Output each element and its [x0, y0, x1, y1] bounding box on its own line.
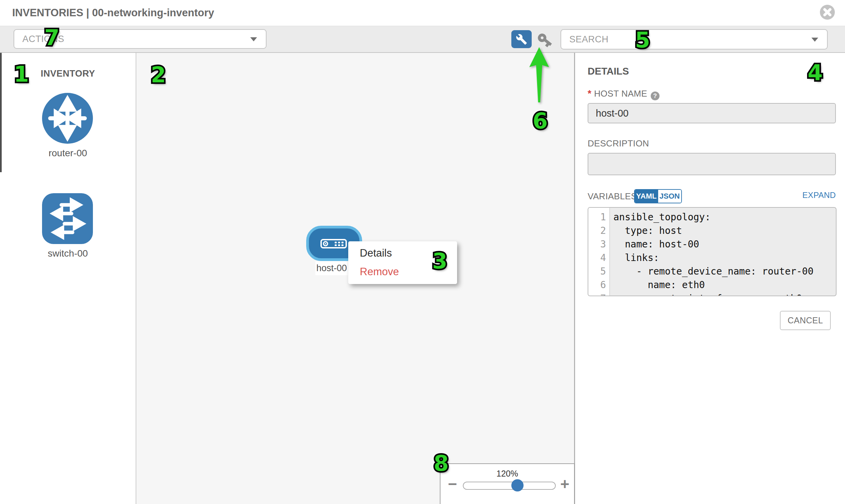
details-panel-title: DETAILS: [588, 66, 629, 77]
code-line: type: host: [610, 224, 836, 238]
host-node-label: host-00: [315, 261, 348, 275]
line-number: 3: [588, 238, 609, 251]
host-name-input[interactable]: [588, 103, 836, 123]
code-line: links:: [610, 251, 836, 265]
zoom-slider-track[interactable]: [463, 482, 556, 490]
topology-canvas[interactable]: host-00 Details Remove 120% − +: [136, 53, 575, 504]
zoom-slider-thumb[interactable]: [511, 479, 524, 491]
host-name-label: HOST NAME: [594, 88, 647, 98]
annotation-5: 5: [635, 28, 650, 53]
code-line: name: host-00: [610, 238, 836, 251]
search-dropdown[interactable]: SEARCH: [561, 29, 828, 50]
code-line: name: eth0: [610, 278, 836, 292]
code-line: - remote_device_name: router-00: [610, 265, 836, 278]
router-label: router-00: [42, 148, 93, 159]
inventory-panel: INVENTORY router-00: [0, 53, 136, 504]
tools-button[interactable]: [511, 30, 532, 48]
annotation-2: 2: [151, 62, 166, 87]
chevron-down-icon: [250, 37, 257, 41]
host-name-row: *HOST NAME?: [588, 88, 659, 100]
annotation-6: 6: [533, 108, 548, 133]
zoom-level-value: 120%: [440, 469, 574, 479]
details-panel: DETAILS *HOST NAME? DESCRIPTION VARIABLE…: [575, 53, 845, 504]
switch-icon: [42, 193, 93, 244]
close-button[interactable]: [820, 5, 835, 20]
description-input[interactable]: [588, 153, 836, 175]
annotation-4: 4: [808, 60, 823, 85]
switch-label: switch-00: [42, 248, 93, 259]
page-title: INVENTORIES | 00-networking-inventory: [12, 7, 214, 19]
toggle-yaml[interactable]: YAML: [635, 190, 658, 203]
editor-code[interactable]: ansible_topology: type: host name: host-…: [610, 208, 836, 296]
wrench-icon: [516, 34, 527, 45]
line-number: 7: [588, 292, 609, 296]
zoom-out-button[interactable]: −: [448, 476, 457, 492]
scrollbar[interactable]: [0, 53, 2, 172]
description-label: DESCRIPTION: [588, 138, 649, 149]
line-number: 2: [588, 224, 609, 238]
palette-item-router[interactable]: router-00: [42, 93, 93, 159]
help-icon: ?: [651, 91, 659, 100]
host-icon: [320, 239, 347, 249]
annotation-8: 8: [434, 451, 449, 476]
line-number: 1: [588, 211, 609, 224]
editor-line-numbers: 1 2 3 4 5 6 7: [588, 208, 610, 296]
router-icon: [42, 93, 93, 144]
inventory-topology-screen: INVENTORIES | 00-networking-inventory AC…: [0, 0, 845, 504]
zoom-in-button[interactable]: +: [560, 476, 569, 492]
zoom-control: 120% − +: [440, 463, 575, 504]
cancel-button[interactable]: CANCEL: [780, 311, 831, 330]
chevron-down-icon: [811, 38, 818, 42]
annotation-arrow-icon: [528, 46, 551, 104]
required-marker: *: [588, 88, 592, 98]
line-number: 5: [588, 265, 609, 278]
variables-format-toggle: YAML JSON: [634, 189, 682, 203]
inventory-panel-title: INVENTORY: [41, 69, 95, 79]
code-line: ansible_topology:: [610, 211, 836, 224]
code-line: remote_interface_name: eth0: [610, 292, 836, 296]
search-dropdown-label: SEARCH: [569, 34, 609, 45]
toggle-json[interactable]: JSON: [658, 190, 682, 203]
palette-item-switch[interactable]: switch-00: [42, 193, 93, 259]
header-bar: INVENTORIES | 00-networking-inventory: [0, 0, 845, 26]
annotation-1: 1: [14, 62, 29, 87]
annotation-7: 7: [45, 25, 60, 50]
toolbar: ACTIONS SEARCH: [0, 26, 845, 53]
close-icon: [820, 5, 835, 20]
variables-editor[interactable]: 1 2 3 4 5 6 7 ansible_topology: type: ho…: [588, 207, 837, 296]
annotation-3: 3: [432, 249, 447, 273]
line-number: 4: [588, 251, 609, 265]
variables-label: VARIABLES: [588, 191, 637, 201]
line-number: 6: [588, 278, 609, 292]
expand-link[interactable]: EXPAND: [802, 191, 836, 200]
